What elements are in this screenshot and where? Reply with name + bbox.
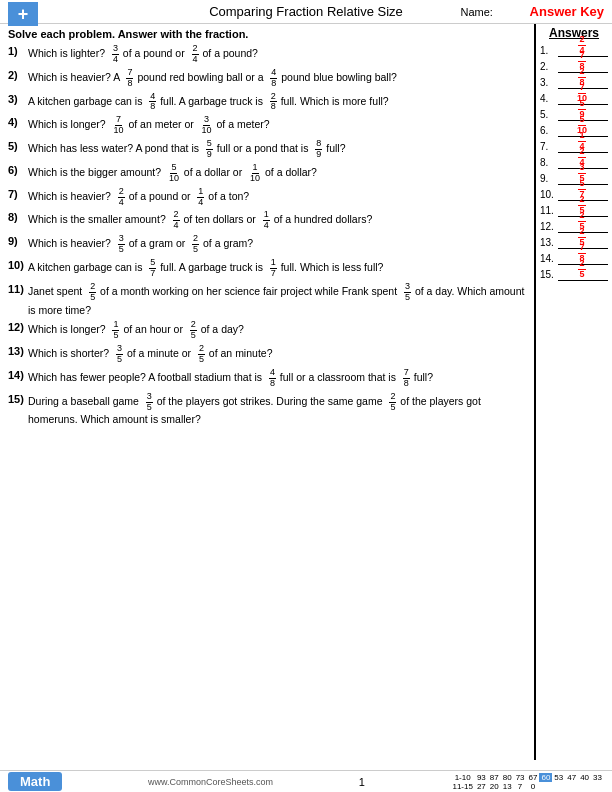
q12-text: Which is longer? 15 of an hour or 25 of …: [28, 320, 526, 341]
q4-text: Which is longer? 710 of an meter or 310 …: [28, 115, 526, 136]
answer-item-15: 15. 25: [540, 267, 608, 281]
answer-label-12: 12.: [540, 221, 558, 232]
q14-frac2: 78: [403, 368, 410, 389]
stats-row2-label: 11-15: [450, 782, 474, 791]
answer-label-3: 3.: [540, 77, 558, 88]
question-6: 6) Which is the bigger amount? 510 of a …: [8, 163, 526, 184]
q2-number: 2): [8, 69, 28, 81]
answer-item-13: 13. 25: [540, 235, 608, 249]
q1-text: Which is lighter? 34 of a pound or 24 of…: [28, 44, 526, 65]
stats-val-87: 87: [488, 773, 501, 782]
math-label: Math: [8, 772, 62, 791]
q1-frac2: 24: [192, 44, 199, 65]
q7-text: Which is heavier? 24 of a pound or 14 of…: [28, 187, 526, 208]
stats-val-13: 13: [501, 782, 514, 791]
footer-website: www.CommonCoreSheets.com: [148, 777, 273, 787]
q6-number: 6): [8, 164, 28, 176]
answer-item-3: 3. 28: [540, 75, 608, 89]
q2-text: Which is heavier? A 78 pound red bowling…: [28, 68, 526, 89]
question-7: 7) Which is heavier? 24 of a pound or 14…: [8, 187, 526, 208]
q3-text: A kitchen garbage can is 48 full. A garb…: [28, 92, 526, 113]
main-container: Solve each problem. Answer with the frac…: [0, 24, 612, 760]
answer-label-6: 6.: [540, 125, 558, 136]
answer-label-5: 5.: [540, 109, 558, 120]
q5-frac1: 59: [206, 139, 213, 160]
question-3: 3) A kitchen garbage can is 48 full. A g…: [8, 92, 526, 113]
answer-item-9: 9. 35: [540, 171, 608, 185]
q9-frac1: 35: [118, 234, 125, 255]
footer-stats: 1-10 93 87 80 73 67 60 53 47 40 33 11-15…: [450, 773, 604, 791]
q12-number: 12): [8, 321, 28, 333]
question-15: 15) During a baseball game 35 of the pla…: [8, 392, 526, 427]
answer-item-2: 2. 78: [540, 59, 608, 73]
q13-frac2: 25: [198, 344, 205, 365]
q12-frac1: 15: [112, 320, 119, 341]
stats-val-60: 60: [539, 773, 552, 782]
q12-frac2: 25: [190, 320, 197, 341]
q15-frac1: 35: [146, 392, 153, 413]
answer-label-4: 4.: [540, 93, 558, 104]
q14-text: Which has fewer people? A football stadi…: [28, 368, 526, 389]
q4-frac1: 710: [112, 115, 124, 136]
answer-label-13: 13.: [540, 237, 558, 248]
q10-number: 10): [8, 259, 28, 271]
q8-frac2: 14: [263, 210, 270, 231]
answers-title: Answers: [540, 26, 608, 40]
q15-frac2: 25: [389, 392, 396, 413]
q13-frac1: 35: [116, 344, 123, 365]
stats-val-80: 80: [501, 773, 514, 782]
answer-frac-15: 25: [578, 259, 585, 280]
stats-val-73: 73: [514, 773, 527, 782]
q5-number: 5): [8, 140, 28, 152]
answer-label-14: 14.: [540, 253, 558, 264]
questions-area: Solve each problem. Answer with the frac…: [0, 24, 534, 760]
q11-text: Janet spent 25 of a month working on her…: [28, 282, 526, 317]
q3-frac1: 48: [149, 92, 156, 113]
question-10: 10) A kitchen garbage can is 57 full. A …: [8, 258, 526, 279]
q11-number: 11): [8, 283, 28, 295]
q9-frac2: 25: [192, 234, 199, 255]
q8-text: Which is the smaller amount? 24 of ten d…: [28, 210, 526, 231]
q3-frac2: 28: [270, 92, 277, 113]
stats-val-20: 20: [488, 782, 501, 791]
q2-frac1: 78: [126, 68, 133, 89]
q8-number: 8): [8, 211, 28, 223]
answer-item-8: 8. 24: [540, 155, 608, 169]
q4-frac2: 310: [201, 115, 213, 136]
q9-number: 9): [8, 235, 28, 247]
answer-item-7: 7. 14: [540, 139, 608, 153]
question-9: 9) Which is heavier? 35 of a gram or 25 …: [8, 234, 526, 255]
question-8: 8) Which is the smaller amount? 24 of te…: [8, 210, 526, 231]
q10-text: A kitchen garbage can is 57 full. A garb…: [28, 258, 526, 279]
question-1: 1) Which is lighter? 34 of a pound or 24…: [8, 44, 526, 65]
answer-item-6: 6. 510: [540, 123, 608, 137]
q14-number: 14): [8, 369, 28, 381]
stats-val-0: 0: [527, 782, 540, 791]
answer-item-14: 14. 78: [540, 251, 608, 265]
q5-text: Which has less water? A pond that is 59 …: [28, 139, 526, 160]
question-14: 14) Which has fewer people? A football s…: [8, 368, 526, 389]
q7-frac1: 24: [118, 187, 125, 208]
q4-number: 4): [8, 116, 28, 128]
question-11: 11) Janet spent 25 of a month working on…: [8, 282, 526, 317]
name-label: Name: Answer Key: [460, 4, 604, 19]
q5-frac2: 89: [315, 139, 322, 160]
q6-text: Which is the bigger amount? 510 of a dol…: [28, 163, 526, 184]
question-13: 13) Which is shorter? 35 of a minute or …: [8, 344, 526, 365]
answer-label-2: 2.: [540, 61, 558, 72]
answer-label-15: 15.: [540, 269, 558, 280]
q15-text: During a baseball game 35 of the players…: [28, 392, 526, 427]
q13-text: Which is shorter? 35 of a minute or 25 o…: [28, 344, 526, 365]
q13-number: 13): [8, 345, 28, 357]
q6-frac1: 510: [168, 163, 180, 184]
question-12: 12) Which is longer? 15 of an hour or 25…: [8, 320, 526, 341]
stats-val-93: 93: [475, 773, 488, 782]
answer-item-11: 11. 25: [540, 203, 608, 217]
page-title: Comparing Fraction Relative Size: [209, 4, 403, 19]
q11-frac2: 35: [404, 282, 411, 303]
answer-item-5: 5. 59: [540, 107, 608, 121]
q8-frac1: 24: [173, 210, 180, 231]
q15-number: 15): [8, 393, 28, 405]
answer-item-1: 1. 24: [540, 43, 608, 57]
q1-number: 1): [8, 45, 28, 57]
